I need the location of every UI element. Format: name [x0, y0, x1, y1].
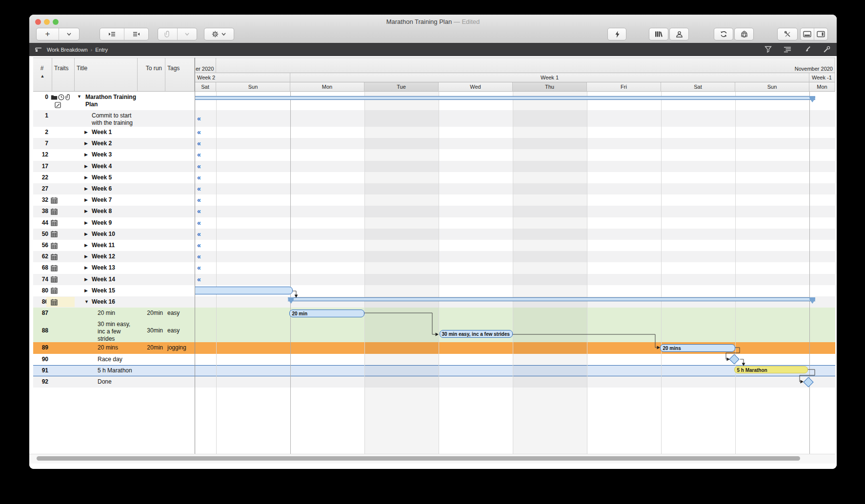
table-row[interactable]: 12▶Week 3: [33, 149, 195, 160]
disclosure-triangle[interactable]: ▶: [84, 183, 88, 194]
day-label: Sat: [201, 84, 209, 90]
gantt-task-bar[interactable]: 5 h Marathon: [734, 366, 807, 373]
disclosure-triangle[interactable]: ▶: [84, 229, 88, 240]
table-row[interactable]: 74▶Week 14: [33, 274, 195, 285]
table-row[interactable]: 32▶Week 7: [33, 194, 195, 206]
table-row[interactable]: 56▶Week 11: [33, 240, 195, 251]
offscreen-left-indicator[interactable]: «: [197, 251, 210, 262]
row-number: 22: [33, 172, 48, 183]
to-run-value: 20min: [138, 342, 163, 353]
week-label: Week 1: [538, 75, 561, 80]
tags-value: easy: [167, 319, 195, 342]
table-row[interactable]: 8830 min easy, inc a few strides30mineas…: [33, 319, 195, 342]
table-gantt-splitter[interactable]: [195, 58, 195, 454]
desktop: Marathon Training Plan — Edited + Work B…: [0, 0, 865, 504]
week-header-cell: Week -1: [809, 73, 835, 82]
header-top-border: [33, 58, 835, 58]
disclosure-triangle[interactable]: ▶: [84, 161, 88, 172]
row-number: 68: [33, 262, 48, 273]
day-gridline: [439, 92, 439, 454]
table-row[interactable]: 44▶Week 9: [33, 217, 195, 229]
column-header-to-run[interactable]: To run: [138, 58, 165, 92]
offscreen-left-indicator[interactable]: «: [197, 149, 210, 160]
disclosure-triangle[interactable]: ▼: [77, 92, 81, 110]
disclosure-triangle[interactable]: ▼: [84, 296, 89, 308]
offscreen-left-indicator[interactable]: «: [197, 240, 210, 251]
table-row[interactable]: 8720 min20mineasy: [33, 308, 195, 319]
table-row[interactable]: 68▶Week 13: [33, 262, 195, 273]
task-title: Commit to start with the training: [92, 110, 137, 127]
table-row[interactable]: 38▶Week 8: [33, 206, 195, 217]
disclosure-triangle[interactable]: ▶: [84, 206, 88, 217]
column-header-title[interactable]: Title: [75, 58, 138, 92]
day-label: Sun: [248, 84, 258, 90]
disclosure-triangle[interactable]: ▶: [84, 138, 88, 149]
month-label: er 2020: [195, 66, 216, 73]
offscreen-left-indicator[interactable]: «: [197, 229, 210, 240]
table-row[interactable]: 7▶Week 2: [33, 138, 195, 149]
table-row[interactable]: 27▶Week 6: [33, 183, 195, 194]
table-row[interactable]: 92Done: [33, 376, 195, 388]
disclosure-triangle[interactable]: ▶: [84, 149, 88, 160]
offscreen-left-indicator[interactable]: «: [197, 206, 210, 217]
table-row[interactable]: 90Race day: [33, 354, 195, 365]
day-label: Mon: [817, 84, 827, 90]
day-header-cell: Mon: [290, 82, 364, 92]
disclosure-triangle[interactable]: ▶: [84, 217, 88, 229]
column-header-num[interactable]: #▲: [33, 58, 52, 92]
table-row[interactable]: 22▶Week 5: [33, 172, 195, 183]
task-title: Week 14: [92, 274, 137, 285]
column-header-label: Title: [77, 65, 134, 72]
table-row[interactable]: 62▶Week 12: [33, 251, 195, 262]
task-title: Week 13: [92, 262, 137, 273]
table-row[interactable]: 0▼Marathon Training Plan: [33, 92, 195, 110]
table-row[interactable]: 1Commit to start with the training: [33, 110, 195, 127]
day-label: Mon: [322, 84, 332, 90]
gantt-task-bar[interactable]: [195, 287, 293, 294]
row-number: 88: [33, 319, 48, 342]
offscreen-left-indicator[interactable]: «: [197, 183, 210, 194]
row-number: 44: [33, 217, 48, 229]
offscreen-left-indicator[interactable]: «: [197, 274, 210, 285]
gantt-task-bar[interactable]: 20 min: [289, 310, 364, 317]
row-number: 74: [33, 274, 48, 285]
task-title: 20 mins: [98, 342, 137, 353]
offscreen-left-indicator[interactable]: «: [197, 138, 210, 149]
row-number: 7: [33, 138, 48, 149]
offscreen-left-indicator[interactable]: «: [197, 161, 210, 172]
disclosure-triangle[interactable]: ▶: [84, 194, 88, 206]
disclosure-triangle[interactable]: ▶: [84, 274, 88, 285]
disclosure-triangle[interactable]: ▶: [84, 172, 88, 183]
offscreen-left-indicator[interactable]: «: [197, 110, 210, 127]
day-header-cell: Sun: [216, 82, 290, 92]
h-scrollbar-thumb[interactable]: [37, 456, 800, 461]
gantt-task-bar[interactable]: 30 min easy, inc a few strides: [440, 330, 513, 338]
disclosure-triangle[interactable]: ▶: [84, 127, 88, 138]
table-row[interactable]: 915 h Marathon: [33, 365, 195, 376]
disclosure-triangle[interactable]: ▶: [84, 251, 88, 262]
column-header-traits[interactable]: Traits: [52, 58, 75, 92]
offscreen-left-indicator[interactable]: «: [197, 194, 210, 206]
offscreen-left-indicator[interactable]: «: [197, 172, 210, 183]
column-header-label: Tags: [167, 65, 191, 72]
offscreen-left-indicator[interactable]: «: [197, 262, 210, 273]
disclosure-triangle[interactable]: ▶: [84, 285, 88, 296]
offscreen-left-indicator[interactable]: «: [197, 217, 210, 229]
column-header-tags[interactable]: Tags: [165, 58, 195, 92]
task-title: Week 12: [92, 251, 137, 262]
disclosure-triangle[interactable]: ▶: [84, 240, 88, 251]
task-title: 20 min: [98, 308, 137, 319]
gantt-task-bar[interactable]: 20 mins: [660, 344, 735, 352]
column-header-label: #: [35, 65, 49, 72]
summary-bar[interactable]: [195, 96, 815, 100]
table-row[interactable]: 17▶Week 4: [33, 161, 195, 172]
table-row[interactable]: 8920 mins20minjogging: [33, 342, 195, 353]
row-number: 91: [33, 365, 48, 376]
summary-bar[interactable]: [288, 297, 815, 301]
table-row[interactable]: 50▶Week 10: [33, 229, 195, 240]
table-row[interactable]: 80▶Week 15: [33, 285, 195, 296]
table-row[interactable]: 2▶Week 1: [33, 127, 195, 138]
disclosure-triangle[interactable]: ▶: [84, 262, 88, 273]
offscreen-left-indicator[interactable]: «: [197, 127, 210, 138]
task-title: Week 10: [92, 229, 137, 240]
